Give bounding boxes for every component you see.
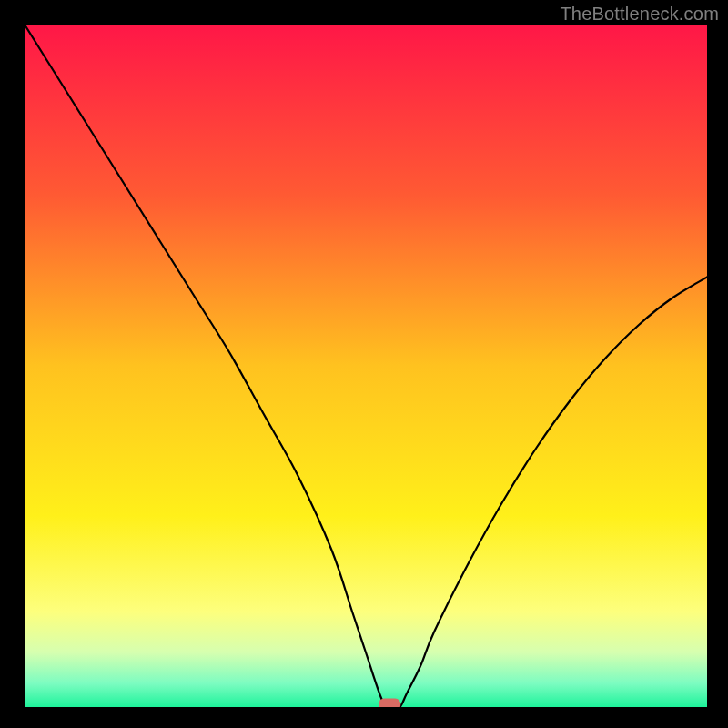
bottleneck-chart — [25, 25, 707, 707]
chart-frame: TheBottleneck.com — [0, 0, 728, 728]
plot-area — [25, 25, 707, 707]
optimal-marker — [379, 699, 400, 708]
watermark-text: TheBottleneck.com — [560, 4, 719, 25]
gradient-background — [25, 25, 707, 707]
